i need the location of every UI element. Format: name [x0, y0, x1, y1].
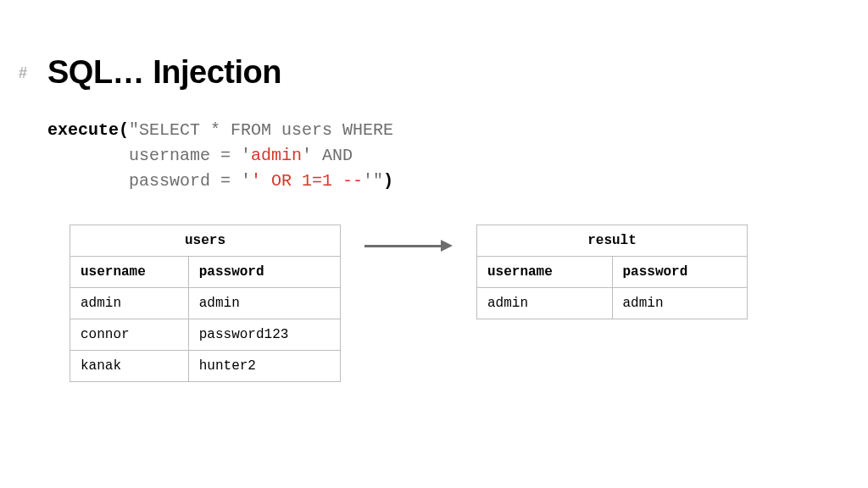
result-table: result username password admin admin: [476, 225, 748, 319]
users-table: users username password admin admin conn…: [70, 225, 341, 382]
cell: connor: [70, 319, 189, 351]
arrow-head: [441, 240, 453, 252]
col-header: username: [70, 257, 189, 288]
slide-title: SQL… Injection: [47, 54, 821, 91]
table-row: result: [477, 225, 748, 257]
table-row: username password: [70, 257, 341, 288]
code-l3a: password = ': [129, 171, 251, 191]
col-header: password: [188, 257, 340, 288]
cell: admin: [477, 288, 613, 319]
code-block: execute("SELECT * FROM users WHERE usern…: [47, 118, 821, 194]
code-l2b: ' AND: [302, 146, 353, 165]
result-table-title: result: [477, 225, 748, 257]
col-header: username: [477, 257, 613, 288]
cell: hunter2: [188, 351, 340, 382]
code-exec-close: ): [383, 171, 393, 191]
code-indent: [47, 146, 129, 165]
arrow-line: [364, 245, 441, 247]
cell: admin: [188, 288, 340, 319]
cell: password123: [188, 319, 340, 351]
arrow-icon: [364, 225, 453, 258]
code-l3-inject: ' OR 1=1 --: [251, 171, 363, 191]
cell: admin: [612, 288, 748, 319]
code-indent2: [47, 171, 129, 191]
table-row: kanak hunter2: [70, 351, 341, 382]
cell: admin: [70, 288, 189, 319]
code-line1: "SELECT * FROM users WHERE: [129, 120, 393, 140]
table-row: connor password123: [70, 319, 341, 351]
users-table-title: users: [70, 225, 341, 257]
slide: # SQL… Injection execute("SELECT * FROM …: [0, 0, 868, 488]
col-header: password: [612, 257, 748, 288]
table-row: admin admin: [70, 288, 341, 319]
code-l2a: username = ': [129, 146, 251, 165]
code-l3b: '": [363, 171, 383, 191]
code-exec-open: execute(: [47, 120, 129, 140]
cell: kanak: [70, 351, 189, 382]
hash-marker: #: [19, 64, 27, 82]
table-row: username password: [477, 257, 748, 288]
table-row: users: [70, 225, 341, 257]
tables-row: users username password admin admin conn…: [70, 225, 821, 382]
table-row: admin admin: [477, 288, 748, 319]
code-l2-inject: admin: [251, 146, 302, 165]
